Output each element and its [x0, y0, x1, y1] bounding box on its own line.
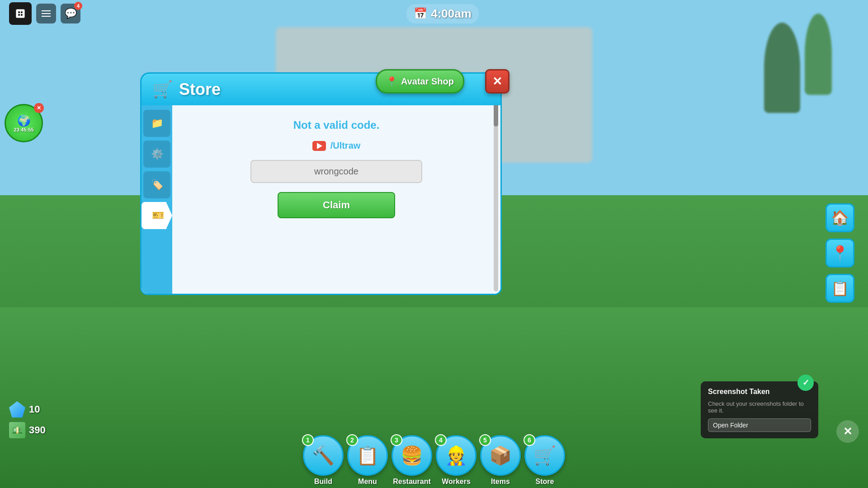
nav-label-items: Items	[491, 478, 510, 486]
roblox-logo[interactable]	[9, 2, 32, 25]
map-icon-button[interactable]: 📍	[826, 239, 854, 267]
nav-number-items: 5	[479, 434, 491, 446]
nav-item-restaurant[interactable]: 3 🍔 Restaurant	[390, 435, 434, 486]
chat-badge: 4	[74, 2, 82, 10]
nav-icon-store: 6 🛒	[524, 435, 565, 476]
nav-item-store[interactable]: 6 🛒 Store	[523, 435, 567, 486]
folder-icon: 📁	[151, 117, 163, 129]
nav-icon-restaurant: 3 🍔	[392, 435, 432, 476]
bottom-nav: 1 🔨 Build 2 📋 Menu 3 🍔 Restaurant 4 👷 Wo…	[301, 435, 567, 488]
nav-label-workers: Workers	[442, 478, 471, 486]
top-bar: 💬 4 📅 4:00am	[0, 0, 868, 27]
chat-icon: 💬	[65, 8, 77, 19]
nav-icon-items: 5 📦	[480, 435, 521, 476]
svg-rect-4	[21, 14, 23, 16]
dismiss-button[interactable]: ✕	[836, 420, 859, 443]
chat-button[interactable]: 💬 4	[61, 4, 80, 23]
nav-item-workers[interactable]: 4 👷 Workers	[434, 435, 478, 486]
currency-area: 10 💵 390	[9, 401, 46, 438]
nav-item-menu[interactable]: 2 📋 Menu	[345, 435, 390, 486]
menu-line-3	[42, 16, 51, 17]
open-folder-button[interactable]: Open Folder	[708, 418, 811, 432]
store-close-button[interactable]: ✕	[485, 69, 509, 94]
nav-item-items[interactable]: 5 📦 Items	[478, 435, 523, 486]
svg-rect-2	[21, 11, 23, 13]
scrollbar-track	[494, 99, 498, 291]
error-message: Not a valid code.	[293, 119, 380, 131]
tasks-icon-button[interactable]: 📋	[826, 274, 854, 303]
timer-emoji: 🌍	[17, 114, 31, 127]
svg-rect-3	[18, 14, 20, 16]
money-count: 390	[29, 424, 46, 436]
store-content: Not a valid code. /Ultraw Claim	[172, 105, 500, 294]
nav-label-store: Store	[536, 478, 554, 486]
youtube-channel: /Ultraw	[330, 141, 361, 151]
toast-checkmark-icon: ✓	[797, 375, 814, 391]
money-row: 💵 390	[9, 422, 46, 438]
nav-number-menu: 2	[346, 434, 358, 446]
settings-icon: ⚙️	[151, 148, 163, 160]
right-icons: 🏠 📍 📋	[826, 203, 854, 303]
diamonds-row: 10	[9, 401, 46, 418]
nav-label-restaurant: Restaurant	[393, 478, 431, 486]
menu-button[interactable]	[36, 4, 56, 23]
nav-number-store: 6	[524, 434, 535, 446]
roblox-icon	[13, 6, 28, 21]
top-left: 💬 4	[9, 2, 80, 25]
store-tab-tags[interactable]: 🏷️	[143, 171, 170, 198]
svg-rect-1	[18, 11, 20, 13]
store-header: 🛒 Store 📍 Avatar Shop ✕	[140, 72, 502, 105]
nav-icon-menu: 2 📋	[347, 435, 388, 476]
avatar-shop-label: Avatar Shop	[401, 76, 454, 87]
home-icon-button[interactable]: 🏠	[826, 203, 854, 232]
menu-line-1	[42, 10, 51, 11]
money-icon: 💵	[9, 422, 25, 438]
menu-line-2	[42, 13, 51, 14]
nav-item-build[interactable]: 1 🔨 Build	[301, 435, 345, 486]
tags-icon: 🏷️	[151, 179, 163, 191]
svg-rect-0	[16, 9, 24, 18]
timer-bubble: ✕ 🌍 23:45:55	[5, 104, 43, 142]
code-input[interactable]	[250, 160, 422, 183]
codes-icon: 🎫	[152, 210, 164, 221]
clock-area: 📅 4:00am	[406, 4, 479, 23]
nav-number-restaurant: 3	[391, 434, 402, 446]
store-body: 📁 ⚙️ 🏷️ 🎫 Not a valid code. /Ultraw Clai…	[140, 105, 502, 295]
avatar-shop-icon: 📍	[386, 76, 397, 87]
store-tabs: 📁 ⚙️ 🏷️ 🎫	[142, 105, 172, 294]
store-tab-codes[interactable]: 🎫	[142, 202, 172, 229]
nav-icon-build: 1 🔨	[303, 435, 344, 476]
screenshot-toast: ✓ Screenshot Taken Check out your screen…	[701, 381, 818, 438]
nav-icon-workers: 4 👷	[436, 435, 476, 476]
calendar-icon: 📅	[414, 7, 427, 20]
store-tab-folder[interactable]: 📁	[143, 110, 170, 137]
nav-label-menu: Menu	[358, 478, 377, 486]
close-icon: ✕	[492, 75, 502, 89]
clock-time: 4:00am	[431, 7, 472, 21]
store-title: Store	[179, 80, 221, 99]
timer-countdown: 23:45:55	[14, 127, 33, 132]
nav-number-workers: 4	[435, 434, 447, 446]
avatar-shop-button[interactable]: 📍 Avatar Shop	[376, 69, 464, 94]
youtube-row: /Ultraw	[312, 141, 361, 151]
diamond-icon	[9, 401, 25, 418]
store-header-icon: 🛒	[152, 80, 173, 99]
nav-number-build: 1	[302, 434, 314, 446]
claim-button[interactable]: Claim	[278, 192, 395, 218]
toast-title: Screenshot Taken	[708, 388, 811, 396]
store-dialog: 🛒 Store 📍 Avatar Shop ✕ 📁 ⚙️ 🏷️ 🎫	[140, 72, 502, 295]
youtube-icon	[312, 141, 326, 151]
diamond-count: 10	[29, 404, 40, 415]
nav-label-build: Build	[314, 478, 332, 486]
toast-description: Check out your screenshots folder to see…	[708, 400, 811, 414]
timer-close-button[interactable]: ✕	[34, 103, 44, 113]
bg-tree-right	[764, 23, 800, 113]
store-tab-settings[interactable]: ⚙️	[143, 141, 170, 168]
